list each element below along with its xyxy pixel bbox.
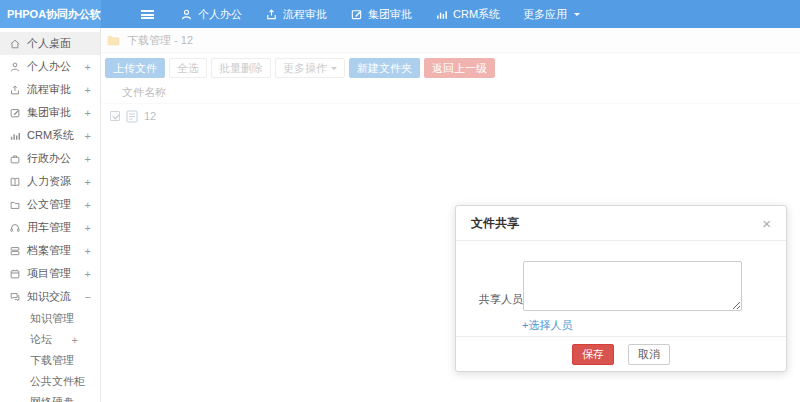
edit-icon — [350, 8, 363, 21]
sidebar-item-group-approval[interactable]: 集团审批 + — [0, 101, 100, 124]
modal-header: 文件共享 × — [456, 206, 786, 241]
share-members-label: 共享人员 — [479, 292, 523, 307]
sidebar-item-personal-office[interactable]: 个人办公 + — [0, 55, 100, 78]
folder-icon — [9, 199, 21, 211]
sidebar-subitem-public-cabinet[interactable]: 公共文件柜 — [0, 371, 100, 392]
chart-icon — [435, 8, 448, 21]
nav-item-workflow-approval[interactable]: 流程审批 — [261, 0, 331, 28]
sidebar-item-document-mgmt[interactable]: 公文管理 + — [0, 193, 100, 216]
sidebar-subitem-download-mgmt[interactable]: 下载管理 — [0, 350, 100, 371]
cancel-button[interactable]: 取消 — [628, 344, 670, 365]
modal-footer: 保存 取消 — [456, 336, 786, 371]
hamburger-menu-icon[interactable] — [141, 10, 154, 19]
sidebar-item-workflow-approval[interactable]: 流程审批 + — [0, 78, 100, 101]
select-members-link[interactable]: +选择人员 — [522, 318, 572, 333]
flow-icon — [9, 84, 21, 96]
flow-icon — [265, 8, 278, 21]
book-icon — [9, 176, 21, 188]
nav-item-more-apps[interactable]: 更多应用 — [519, 0, 584, 28]
nav-item-personal-office[interactable]: 个人办公 — [176, 0, 246, 28]
chat-icon — [9, 291, 21, 303]
edit-icon — [9, 107, 21, 119]
nav-item-label: CRM系统 — [453, 7, 500, 22]
chart-icon — [9, 130, 21, 142]
app-logo: PHPOA协同办公软件 — [0, 0, 101, 28]
calendar-icon — [9, 268, 21, 280]
sidebar-subitem-network-disk[interactable]: 网络硬盘 — [0, 392, 100, 402]
sidebar-item-project-mgmt[interactable]: 项目管理 + — [0, 262, 100, 285]
sidebar-item-vehicle-mgmt[interactable]: 用车管理 + — [0, 216, 100, 239]
close-icon[interactable]: × — [762, 216, 771, 231]
share-members-textarea[interactable] — [523, 261, 742, 311]
top-nav-menu: 个人办公 流程审批 集团审批 CRM系统 更多应用 — [176, 0, 584, 28]
home-icon — [9, 38, 21, 50]
nav-item-crm[interactable]: CRM系统 — [431, 0, 504, 28]
top-navbar: PHPOA协同办公软件 个人办公 流程审批 集团审批 CRM系统 更多应用 — [0, 0, 800, 28]
modal-body: 共享人员 +选择人员 — [456, 241, 786, 337]
sidebar-item-archive-mgmt[interactable]: 档案管理 + — [0, 239, 100, 262]
nav-item-group-approval[interactable]: 集团审批 — [346, 0, 416, 28]
sidebar-item-admin-office[interactable]: 行政办公 + — [0, 147, 100, 170]
nav-item-label: 个人办公 — [198, 7, 242, 22]
nav-item-label: 更多应用 — [523, 7, 567, 22]
save-button[interactable]: 保存 — [572, 344, 614, 365]
archive-icon — [9, 245, 21, 257]
sidebar-item-knowledge-exchange[interactable]: 知识交流 − — [0, 285, 100, 308]
user-icon — [9, 61, 21, 73]
user-icon — [180, 8, 193, 21]
briefcase-icon — [9, 153, 21, 165]
sidebar-subitem-forum[interactable]: 论坛 + — [0, 329, 100, 350]
sidebar-item-crm[interactable]: CRM系统 + — [0, 124, 100, 147]
sidebar: 个人桌面 个人办公 + 流程审批 + 集团审批 + CRM系统 + 行政办公 + — [0, 28, 101, 402]
sidebar-subitem-knowledge-mgmt[interactable]: 知识管理 — [0, 308, 100, 329]
file-share-modal: 文件共享 × 共享人员 +选择人员 保存 取消 — [455, 205, 787, 372]
app-window: PHPOA协同办公软件 个人办公 流程审批 集团审批 CRM系统 更多应用 — [0, 0, 800, 402]
nav-item-label: 流程审批 — [283, 7, 327, 22]
nav-item-label: 集团审批 — [368, 7, 412, 22]
modal-title: 文件共享 — [471, 215, 762, 232]
sidebar-item-desktop[interactable]: 个人桌面 — [0, 32, 100, 55]
caret-down-icon — [574, 13, 580, 19]
headset-icon — [9, 222, 21, 234]
sidebar-item-hr[interactable]: 人力资源 + — [0, 170, 100, 193]
